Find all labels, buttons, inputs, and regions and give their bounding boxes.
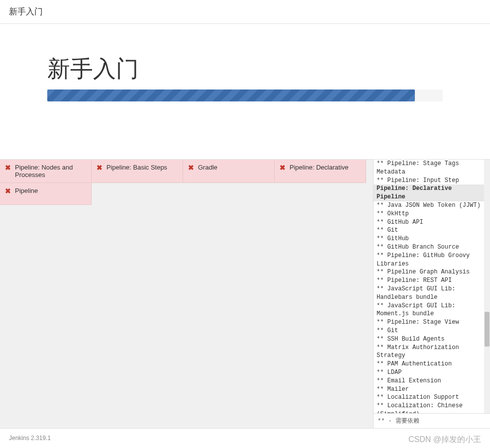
main-area: ✖Pipeline: Nodes and Processes✖Pipeline:… (0, 159, 490, 428)
log-line: ** Pipeline: Input Step (374, 177, 484, 185)
log-line: ** GitHub API (374, 218, 484, 227)
plugin-label: Gradle (198, 164, 217, 171)
log-line: ** Matrix Authorization Strategy (374, 344, 484, 360)
plugin-label: Pipeline: Nodes and Processes (15, 164, 86, 179)
log-line: ** GitHub Branch Source (374, 243, 484, 252)
log-line: ** LDAP (374, 368, 484, 377)
log-line: ** Pipeline: Stage View (374, 318, 484, 327)
log-line: ** GitHub (374, 235, 484, 243)
plugin-item: ✖Gradle (183, 160, 275, 183)
log-line: ** Pipeline: GitHub Groovy Libraries (374, 252, 484, 269)
plugin-item: ✖Pipeline: Declarative (275, 160, 366, 183)
log-footer: ** - 需要依赖 (374, 413, 490, 428)
log-line: ** PAM Authentication (374, 360, 484, 368)
log-line: ** Localization Support (374, 393, 484, 402)
log-line: Pipeline: Declarative (374, 184, 484, 193)
error-x-icon: ✖ (5, 187, 11, 195)
log-line: ** Git (374, 327, 484, 335)
log-scroll[interactable]: ** Pipeline: Stage Tags Metadata** Pipel… (374, 160, 490, 413)
log-line: ** JavaScript GUI Lib: Handlebars bundle (374, 285, 484, 302)
hero-section: 新手入门 (0, 24, 490, 101)
log-line: ** Java JSON Web Token (JJWT) (374, 201, 484, 210)
scrollbar-thumb[interactable] (485, 312, 490, 347)
log-line: ** Pipeline: Stage Tags Metadata (374, 160, 484, 177)
log-line: ** Git (374, 226, 484, 235)
page-title: 新手入门 (47, 54, 443, 85)
header-bar: 新手入门 (0, 0, 490, 24)
log-line: ** Pipeline: REST API (374, 276, 484, 285)
log-line: Pipeline (374, 193, 484, 201)
log-line: ** Mailer (374, 385, 484, 394)
log-line: ** Pipeline Graph Analysis (374, 268, 484, 276)
progress-fill (47, 90, 415, 101)
error-x-icon: ✖ (280, 164, 286, 172)
error-x-icon: ✖ (188, 164, 194, 172)
plugin-label: Pipeline: Declarative (290, 164, 349, 171)
version-text: Jenkins 2.319.1 (9, 435, 51, 442)
progress-bar (47, 90, 443, 101)
plugin-item: ✖Pipeline: Basic Steps (92, 160, 183, 183)
log-line: ** OkHttp (374, 210, 484, 218)
scrollbar[interactable] (484, 160, 490, 413)
log-line: ** Email Extension (374, 377, 484, 385)
header-title: 新手入门 (9, 7, 43, 16)
log-panel: ** Pipeline: Stage Tags Metadata** Pipel… (373, 160, 490, 428)
plugin-item: ✖Pipeline (0, 183, 92, 205)
error-x-icon: ✖ (97, 164, 102, 172)
error-x-icon: ✖ (5, 164, 11, 172)
log-line: ** JavaScript GUI Lib: Moment.js bundle (374, 302, 484, 319)
log-line: ** Localization: Chinese (Simplified) (374, 402, 484, 413)
plugin-label: Pipeline: Basic Steps (106, 164, 167, 171)
plugin-row: ✖Pipeline (0, 183, 373, 205)
plugin-row: ✖Pipeline: Nodes and Processes✖Pipeline:… (0, 160, 373, 183)
watermark: CSDN @掉发的小王 (408, 435, 481, 445)
log-line: ** SSH Build Agents (374, 335, 484, 344)
plugin-label: Pipeline (15, 187, 38, 194)
plugin-grid: ✖Pipeline: Nodes and Processes✖Pipeline:… (0, 160, 373, 428)
plugin-item: ✖Pipeline: Nodes and Processes (0, 160, 92, 183)
